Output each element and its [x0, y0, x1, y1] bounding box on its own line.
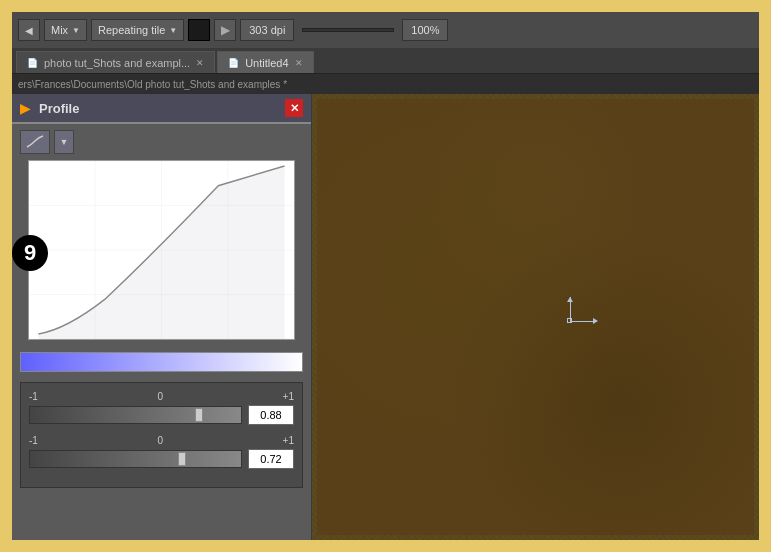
zoom-slider[interactable] [298, 19, 398, 41]
tab-untitled-label: Untitled4 [245, 57, 288, 69]
profile-close-label: ✕ [290, 102, 299, 115]
curve-display [28, 160, 295, 340]
repeating-label: Repeating tile [98, 24, 165, 36]
profile-close-button[interactable]: ✕ [285, 99, 303, 117]
tab-icon-untitled: 📄 [228, 58, 239, 68]
slider-1-min: -1 [29, 391, 38, 402]
tab-bar: 📄 photo tut_Shots and exampl... ✕ 📄 Unti… [12, 48, 759, 74]
slider-2-mid: 0 [157, 435, 163, 446]
slider-1-thumb[interactable] [195, 408, 203, 422]
slider-1-fill [30, 407, 241, 423]
sliders-area: -1 0 +1 0.88 -1 [20, 382, 303, 488]
slider-row-2: -1 0 +1 0.72 [29, 435, 294, 469]
transform-center-dot [567, 318, 572, 323]
mix-label: Mix [51, 24, 68, 36]
slider-1-max: +1 [283, 391, 294, 402]
tab-untitled4[interactable]: 📄 Untitled4 ✕ [217, 51, 313, 73]
zoom-percent-display: 100% [402, 19, 448, 41]
breadcrumb-text: ers\Frances\Documents\Old photo tut_Shot… [18, 79, 287, 90]
profile-panel: ▶ Profile ✕ ▼ 9 [12, 94, 312, 540]
mix-dropdown-arrow: ▼ [72, 26, 80, 35]
zoom-slider-track [302, 28, 394, 32]
tab-photo-label: photo tut_Shots and exampl... [44, 57, 190, 69]
profile-curve-icon [25, 135, 45, 149]
step-badge: 9 [12, 235, 48, 271]
slider-2-value[interactable]: 0.72 [248, 449, 294, 469]
dpi-display: 303 dpi [240, 19, 294, 41]
step-number: 9 [24, 240, 36, 266]
slider-1-labels: -1 0 +1 [29, 391, 294, 402]
canvas-document-texture [317, 99, 754, 535]
main-content: ▶ Profile ✕ ▼ 9 [12, 94, 759, 540]
transform-widget[interactable] [560, 297, 600, 337]
profile-panel-title: Profile [39, 101, 277, 116]
toolbar: ◀ Mix ▼ Repeating tile ▼ ▶ 303 dpi 100% [12, 12, 759, 48]
nav-back-button[interactable]: ◀ [18, 19, 40, 41]
tab-untitled-close[interactable]: ✕ [295, 58, 303, 68]
gradient-bar[interactable] [20, 352, 303, 372]
canvas-area[interactable] [312, 94, 759, 540]
profile-header: ▶ Profile ✕ [12, 94, 311, 124]
dpi-value: 303 dpi [249, 24, 285, 36]
canvas-document [317, 99, 754, 535]
curve-svg [29, 161, 294, 339]
tab-photo-tut[interactable]: 📄 photo tut_Shots and exampl... ✕ [16, 51, 215, 73]
color-swatch-black[interactable] [188, 19, 210, 41]
transform-arrow-right-head [593, 318, 598, 324]
slider-2-max: +1 [283, 435, 294, 446]
slider-2-fill [30, 451, 241, 467]
profile-panel-icon: ▶ [20, 100, 31, 116]
color-arrow-btn[interactable]: ▶ [214, 19, 236, 41]
slider-2-labels: -1 0 +1 [29, 435, 294, 446]
slider-1-value[interactable]: 0.88 [248, 405, 294, 425]
repeating-tile-dropdown[interactable]: Repeating tile ▼ [91, 19, 184, 41]
slider-1-track[interactable] [29, 406, 242, 424]
slider-row-1: -1 0 +1 0.88 [29, 391, 294, 425]
profile-curve-button[interactable] [20, 130, 50, 154]
mix-dropdown[interactable]: Mix ▼ [44, 19, 87, 41]
slider-2-min: -1 [29, 435, 38, 446]
slider-2-input-row: 0.72 [29, 449, 294, 469]
slider-2-track[interactable] [29, 450, 242, 468]
transform-arrow-horizontal [570, 321, 595, 322]
profile-type-dropdown[interactable]: ▼ [54, 130, 74, 154]
slider-2-thumb[interactable] [178, 452, 186, 466]
repeating-dropdown-arrow: ▼ [169, 26, 177, 35]
curve-wrapper: 9 [20, 160, 303, 346]
zoom-percent-value: 100% [411, 24, 439, 36]
slider-1-input-row: 0.88 [29, 405, 294, 425]
breadcrumb-bar: ers\Frances\Documents\Old photo tut_Shot… [12, 74, 759, 94]
slider-1-mid: 0 [157, 391, 163, 402]
profile-type-row: ▼ [12, 124, 311, 160]
app-container: ◀ Mix ▼ Repeating tile ▼ ▶ 303 dpi 100% … [12, 12, 759, 540]
tab-icon-photo: 📄 [27, 58, 38, 68]
tab-photo-close[interactable]: ✕ [196, 58, 204, 68]
